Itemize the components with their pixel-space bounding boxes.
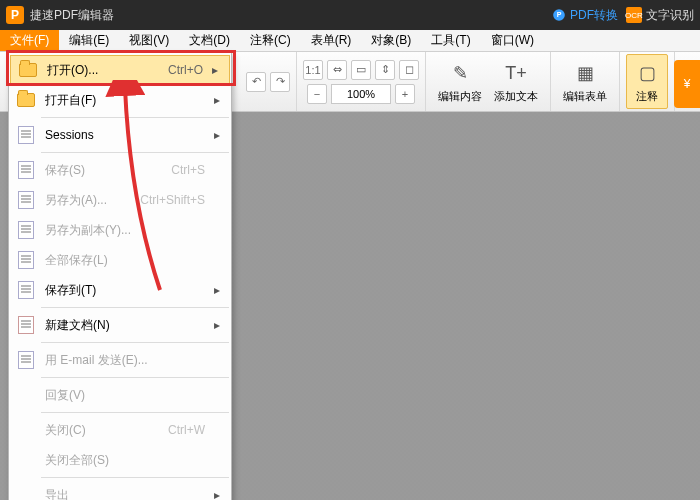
menu-item-label: 用 E-mail 发送(E)... xyxy=(39,352,205,369)
submenu-arrow-icon: ▸ xyxy=(211,128,223,142)
annotate-icon: ▢ xyxy=(633,59,661,87)
menu-item-label: 回复(V) xyxy=(39,387,205,404)
submenu-arrow-icon: ▸ xyxy=(211,488,223,500)
edit-content-icon: ✎ xyxy=(446,59,474,87)
menu-separator xyxy=(41,412,229,413)
pdf-convert-link[interactable]: P PDF转换 xyxy=(552,7,618,24)
menu-item-18: 关闭全部(S) xyxy=(9,445,231,475)
fit-page-icon[interactable]: ▭ xyxy=(351,60,371,80)
submenu-arrow-icon: ▸ xyxy=(211,283,223,297)
menu-4[interactable]: 注释(C) xyxy=(240,30,301,51)
vip-badge[interactable]: ¥ xyxy=(674,60,700,108)
redo-icon[interactable]: ↷ xyxy=(270,72,290,92)
fit-width-icon[interactable]: ⇔ xyxy=(327,60,347,80)
toolbar-form-group: ▦ 编辑表单 xyxy=(551,52,620,111)
menubar: 文件(F)编辑(E)视图(V)文档(D)注释(C)表单(R)对象(B)工具(T)… xyxy=(0,30,700,52)
menu-item-13: 用 E-mail 发送(E)... xyxy=(9,345,231,375)
menu-5[interactable]: 表单(R) xyxy=(301,30,362,51)
edit-form-icon: ▦ xyxy=(571,59,599,87)
app-logo: P xyxy=(6,6,24,24)
pdf-icon xyxy=(13,316,39,334)
menu-item-7: 另存为副本(Y)... xyxy=(9,215,231,245)
doc-icon xyxy=(13,351,39,369)
add-text-label: 添加文本 xyxy=(494,89,538,104)
vip-icon: ¥ xyxy=(684,77,691,91)
menu-item-label: 另存为副本(Y)... xyxy=(39,222,205,239)
menu-item-label: 导出 xyxy=(39,487,205,501)
doc-icon xyxy=(13,191,39,209)
fit-height-icon[interactable]: ⇕ xyxy=(375,60,395,80)
app-title: 捷速PDF编辑器 xyxy=(30,7,552,24)
svg-text:P: P xyxy=(557,11,562,18)
menu-item-15: 回复(V) xyxy=(9,380,231,410)
zoom-input[interactable] xyxy=(331,84,391,104)
pdf-convert-label: PDF转换 xyxy=(570,7,618,24)
menu-2[interactable]: 视图(V) xyxy=(119,30,179,51)
zoom-in-icon[interactable]: + xyxy=(395,84,415,104)
menu-item-shortcut: Ctrl+Shift+S xyxy=(140,193,205,207)
menu-item-11[interactable]: 新建文档(N)▸ xyxy=(9,310,231,340)
menu-3[interactable]: 文档(D) xyxy=(179,30,240,51)
ocr-link[interactable]: OCR 文字识别 xyxy=(626,7,694,24)
menu-separator xyxy=(41,477,229,478)
edit-form-label: 编辑表单 xyxy=(563,89,607,104)
toolbar-fit-group: 1:1 ⇔ ▭ ⇕ ◻ − + xyxy=(297,52,426,111)
menu-item-shortcut: Ctrl+S xyxy=(171,163,205,177)
menu-item-3[interactable]: Sessions▸ xyxy=(9,120,231,150)
menu-7[interactable]: 工具(T) xyxy=(421,30,480,51)
menu-item-8: 全部保存(L) xyxy=(9,245,231,275)
menu-item-label: 关闭(C) xyxy=(39,422,160,439)
menu-item-1[interactable]: 打开自(F)▸ xyxy=(9,85,231,115)
fit-11-icon[interactable]: 1:1 xyxy=(303,60,323,80)
menu-item-label: 另存为(A)... xyxy=(39,192,132,209)
edit-form-button[interactable]: ▦ 编辑表单 xyxy=(557,55,613,108)
menu-6[interactable]: 对象(B) xyxy=(361,30,421,51)
menu-separator xyxy=(41,342,229,343)
menu-item-label: 新建文档(N) xyxy=(39,317,205,334)
menu-item-0[interactable]: 打开(O)...Ctrl+O▸ xyxy=(10,55,230,85)
ocr-icon: OCR xyxy=(626,7,642,23)
menu-item-6: 另存为(A)...Ctrl+Shift+S xyxy=(9,185,231,215)
submenu-arrow-icon: ▸ xyxy=(211,93,223,107)
fit-visible-icon[interactable]: ◻ xyxy=(399,60,419,80)
menu-8[interactable]: 窗口(W) xyxy=(481,30,544,51)
menu-item-label: Sessions xyxy=(39,128,205,142)
titlebar: P 捷速PDF编辑器 P PDF转换 OCR 文字识别 xyxy=(0,0,700,30)
menu-0[interactable]: 文件(F) xyxy=(0,30,59,51)
edit-content-label: 编辑内容 xyxy=(438,89,482,104)
menu-item-label: 打开自(F) xyxy=(39,92,205,109)
menu-item-label: 打开(O)... xyxy=(41,62,160,79)
toolbar-edit-group: ✎ 编辑内容 T+ 添加文本 xyxy=(426,52,551,111)
toolbar-nav-group: ↶ ↷ xyxy=(240,52,297,111)
edit-content-button[interactable]: ✎ 编辑内容 xyxy=(432,55,488,108)
add-text-icon: T+ xyxy=(502,59,530,87)
pdf-convert-icon: P xyxy=(552,8,566,22)
menu-separator xyxy=(41,377,229,378)
menu-separator xyxy=(41,152,229,153)
menu-1[interactable]: 编辑(E) xyxy=(59,30,119,51)
menu-item-17: 关闭(C)Ctrl+W xyxy=(9,415,231,445)
menu-item-9[interactable]: 保存到(T)▸ xyxy=(9,275,231,305)
menu-item-label: 保存到(T) xyxy=(39,282,205,299)
menu-item-shortcut: Ctrl+O xyxy=(168,63,203,77)
menu-item-label: 保存(S) xyxy=(39,162,163,179)
doc-icon xyxy=(13,281,39,299)
undo-icon[interactable]: ↶ xyxy=(246,72,266,92)
folder-icon xyxy=(13,93,39,107)
doc-icon xyxy=(13,161,39,179)
add-text-button[interactable]: T+ 添加文本 xyxy=(488,55,544,108)
annotate-button[interactable]: ▢ 注释 xyxy=(626,54,668,109)
ocr-label: 文字识别 xyxy=(646,7,694,24)
zoom-out-icon[interactable]: − xyxy=(307,84,327,104)
toolbar-annotate-group: ▢ 注释 xyxy=(620,52,675,111)
submenu-arrow-icon: ▸ xyxy=(211,318,223,332)
doc-icon xyxy=(13,126,39,144)
doc-icon xyxy=(13,251,39,269)
menu-separator xyxy=(41,117,229,118)
menu-item-label: 全部保存(L) xyxy=(39,252,205,269)
submenu-arrow-icon: ▸ xyxy=(209,63,221,77)
doc-icon xyxy=(13,221,39,239)
annotate-label: 注释 xyxy=(636,89,658,104)
menu-item-label: 关闭全部(S) xyxy=(39,452,205,469)
menu-item-shortcut: Ctrl+W xyxy=(168,423,205,437)
